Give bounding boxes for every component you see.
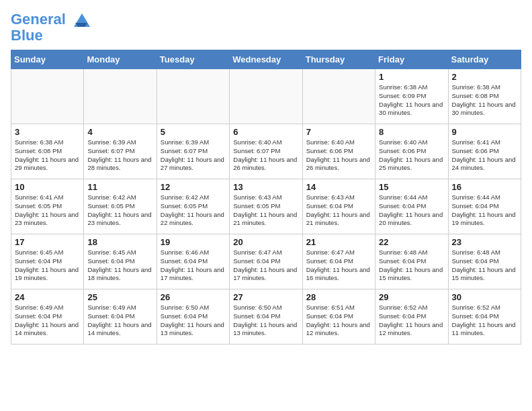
- day-number: 27: [233, 292, 298, 302]
- calendar-cell: 2Sunrise: 6:38 AM Sunset: 6:08 PM Daylig…: [448, 69, 521, 124]
- calendar-cell: 7Sunrise: 6:40 AM Sunset: 6:06 PM Daylig…: [302, 124, 375, 179]
- calendar-cell: 18Sunrise: 6:45 AM Sunset: 6:04 PM Dayli…: [84, 234, 157, 289]
- calendar-cell: 4Sunrise: 6:39 AM Sunset: 6:07 PM Daylig…: [84, 124, 157, 179]
- calendar-week-1: 3Sunrise: 6:38 AM Sunset: 6:08 PM Daylig…: [11, 124, 521, 179]
- logo-general: General: [11, 11, 66, 28]
- day-number: 29: [379, 292, 444, 302]
- cell-info: Sunrise: 6:51 AM Sunset: 6:04 PM Dayligh…: [306, 304, 371, 338]
- calendar-cell: 5Sunrise: 6:39 AM Sunset: 6:07 PM Daylig…: [157, 124, 229, 179]
- cell-info: Sunrise: 6:40 AM Sunset: 6:06 PM Dayligh…: [379, 138, 444, 173]
- cell-info: Sunrise: 6:40 AM Sunset: 6:06 PM Dayligh…: [306, 138, 371, 173]
- calendar-cell: 23Sunrise: 6:48 AM Sunset: 6:04 PM Dayli…: [448, 234, 521, 289]
- day-number: 21: [306, 237, 371, 247]
- cell-info: Sunrise: 6:41 AM Sunset: 6:05 PM Dayligh…: [15, 193, 80, 228]
- cell-info: Sunrise: 6:43 AM Sunset: 6:05 PM Dayligh…: [233, 193, 298, 228]
- calendar-cell: [230, 69, 302, 124]
- cell-info: Sunrise: 6:50 AM Sunset: 6:04 PM Dayligh…: [233, 304, 298, 338]
- calendar-cell: [11, 69, 84, 124]
- cell-info: Sunrise: 6:39 AM Sunset: 6:07 PM Dayligh…: [161, 138, 226, 173]
- cell-info: Sunrise: 6:47 AM Sunset: 6:04 PM Dayligh…: [306, 248, 371, 283]
- calendar-cell: 30Sunrise: 6:52 AM Sunset: 6:04 PM Dayli…: [448, 289, 521, 345]
- cell-info: Sunrise: 6:49 AM Sunset: 6:04 PM Dayligh…: [15, 304, 80, 338]
- calendar-cell: 12Sunrise: 6:42 AM Sunset: 6:05 PM Dayli…: [157, 179, 229, 234]
- cell-info: Sunrise: 6:44 AM Sunset: 6:04 PM Dayligh…: [379, 193, 444, 228]
- cell-info: Sunrise: 6:50 AM Sunset: 6:04 PM Dayligh…: [161, 304, 226, 338]
- calendar-cell: 14Sunrise: 6:43 AM Sunset: 6:04 PM Dayli…: [302, 179, 375, 234]
- day-number: 7: [306, 127, 371, 137]
- calendar-cell: 15Sunrise: 6:44 AM Sunset: 6:04 PM Dayli…: [375, 179, 448, 234]
- day-header-thursday: Thursday: [302, 50, 375, 69]
- day-number: 16: [452, 182, 517, 192]
- cell-info: Sunrise: 6:52 AM Sunset: 6:04 PM Dayligh…: [379, 304, 444, 338]
- calendar-cell: 19Sunrise: 6:46 AM Sunset: 6:04 PM Dayli…: [157, 234, 229, 289]
- calendar-cell: 24Sunrise: 6:49 AM Sunset: 6:04 PM Dayli…: [11, 289, 84, 345]
- calendar-cell: 26Sunrise: 6:50 AM Sunset: 6:04 PM Dayli…: [157, 289, 229, 345]
- calendar-page: General Blue SundayMondayTuesdayWednesda…: [0, 0, 532, 351]
- calendar-cell: 8Sunrise: 6:40 AM Sunset: 6:06 PM Daylig…: [375, 124, 448, 179]
- calendar-cell: 1Sunrise: 6:38 AM Sunset: 6:09 PM Daylig…: [375, 69, 448, 124]
- calendar-week-4: 24Sunrise: 6:49 AM Sunset: 6:04 PM Dayli…: [11, 289, 521, 345]
- calendar-cell: 29Sunrise: 6:52 AM Sunset: 6:04 PM Dayli…: [375, 289, 448, 345]
- calendar-cell: [302, 69, 375, 124]
- calendar-cell: 9Sunrise: 6:41 AM Sunset: 6:06 PM Daylig…: [448, 124, 521, 179]
- day-number: 17: [15, 237, 80, 247]
- day-number: 13: [233, 182, 298, 192]
- day-header-monday: Monday: [84, 50, 157, 69]
- cell-info: Sunrise: 6:45 AM Sunset: 6:04 PM Dayligh…: [15, 248, 80, 283]
- day-header-tuesday: Tuesday: [157, 50, 229, 69]
- cell-info: Sunrise: 6:43 AM Sunset: 6:04 PM Dayligh…: [306, 193, 371, 228]
- calendar-cell: 21Sunrise: 6:47 AM Sunset: 6:04 PM Dayli…: [302, 234, 375, 289]
- day-number: 26: [161, 292, 226, 302]
- day-header-wednesday: Wednesday: [230, 50, 302, 69]
- day-number: 14: [306, 182, 371, 192]
- calendar-week-3: 17Sunrise: 6:45 AM Sunset: 6:04 PM Dayli…: [11, 234, 521, 289]
- cell-info: Sunrise: 6:38 AM Sunset: 6:08 PM Dayligh…: [15, 138, 80, 173]
- cell-info: Sunrise: 6:44 AM Sunset: 6:04 PM Dayligh…: [452, 193, 517, 228]
- calendar-cell: 16Sunrise: 6:44 AM Sunset: 6:04 PM Dayli…: [448, 179, 521, 234]
- cell-info: Sunrise: 6:48 AM Sunset: 6:04 PM Dayligh…: [452, 248, 517, 283]
- cell-info: Sunrise: 6:38 AM Sunset: 6:09 PM Dayligh…: [379, 83, 444, 118]
- day-number: 4: [87, 127, 152, 137]
- day-number: 18: [87, 237, 152, 247]
- calendar-week-2: 10Sunrise: 6:41 AM Sunset: 6:05 PM Dayli…: [11, 179, 521, 234]
- cell-info: Sunrise: 6:45 AM Sunset: 6:04 PM Dayligh…: [87, 248, 152, 283]
- day-header-saturday: Saturday: [448, 50, 521, 69]
- cell-info: Sunrise: 6:46 AM Sunset: 6:04 PM Dayligh…: [161, 248, 226, 283]
- day-number: 6: [233, 127, 298, 137]
- day-number: 30: [452, 292, 517, 302]
- day-number: 2: [452, 72, 517, 82]
- calendar-header-row: SundayMondayTuesdayWednesdayThursdayFrid…: [11, 50, 521, 69]
- calendar-table: SundayMondayTuesdayWednesdayThursdayFrid…: [11, 50, 521, 345]
- day-number: 10: [15, 182, 80, 192]
- day-number: 23: [452, 237, 517, 247]
- day-number: 9: [452, 127, 517, 137]
- calendar-cell: 17Sunrise: 6:45 AM Sunset: 6:04 PM Dayli…: [11, 234, 84, 289]
- day-number: 19: [161, 237, 226, 247]
- day-number: 3: [15, 127, 80, 137]
- calendar-cell: 27Sunrise: 6:50 AM Sunset: 6:04 PM Dayli…: [230, 289, 302, 345]
- cell-info: Sunrise: 6:47 AM Sunset: 6:04 PM Dayligh…: [233, 248, 298, 283]
- day-number: 1: [379, 72, 444, 82]
- calendar-cell: 25Sunrise: 6:49 AM Sunset: 6:04 PM Dayli…: [84, 289, 157, 345]
- calendar-cell: 3Sunrise: 6:38 AM Sunset: 6:08 PM Daylig…: [11, 124, 84, 179]
- header: General Blue: [11, 7, 521, 44]
- calendar-cell: [157, 69, 229, 124]
- day-number: 24: [15, 292, 80, 302]
- day-number: 25: [87, 292, 152, 302]
- cell-info: Sunrise: 6:42 AM Sunset: 6:05 PM Dayligh…: [87, 193, 152, 228]
- day-number: 22: [379, 237, 444, 247]
- day-number: 11: [87, 182, 152, 192]
- day-number: 20: [233, 237, 298, 247]
- calendar-week-0: 1Sunrise: 6:38 AM Sunset: 6:09 PM Daylig…: [11, 69, 521, 124]
- logo: General Blue: [11, 11, 93, 44]
- calendar-cell: 22Sunrise: 6:48 AM Sunset: 6:04 PM Dayli…: [375, 234, 448, 289]
- cell-info: Sunrise: 6:41 AM Sunset: 6:06 PM Dayligh…: [452, 138, 517, 173]
- cell-info: Sunrise: 6:49 AM Sunset: 6:04 PM Dayligh…: [87, 304, 152, 338]
- calendar-cell: 10Sunrise: 6:41 AM Sunset: 6:05 PM Dayli…: [11, 179, 84, 234]
- calendar-cell: 20Sunrise: 6:47 AM Sunset: 6:04 PM Dayli…: [230, 234, 302, 289]
- cell-info: Sunrise: 6:52 AM Sunset: 6:04 PM Dayligh…: [452, 304, 517, 338]
- calendar-cell: 28Sunrise: 6:51 AM Sunset: 6:04 PM Dayli…: [302, 289, 375, 345]
- cell-info: Sunrise: 6:40 AM Sunset: 6:07 PM Dayligh…: [233, 138, 298, 173]
- cell-info: Sunrise: 6:42 AM Sunset: 6:05 PM Dayligh…: [161, 193, 226, 228]
- cell-info: Sunrise: 6:38 AM Sunset: 6:08 PM Dayligh…: [452, 83, 517, 118]
